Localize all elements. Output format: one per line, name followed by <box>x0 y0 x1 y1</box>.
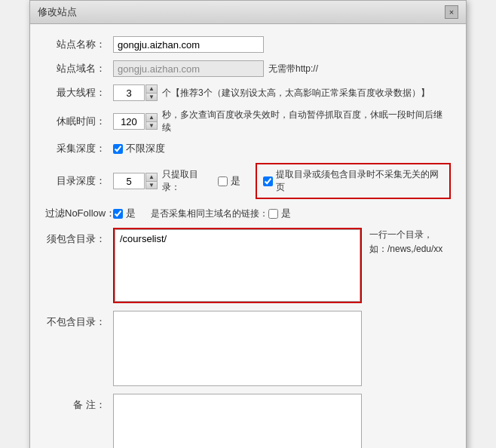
dir-depth-checkbox[interactable] <box>218 176 228 186</box>
must-include-side-hint: 一行一个目录， 如：/news,/edu/xx <box>369 228 442 256</box>
not-include-textarea[interactable] <box>113 311 362 386</box>
same-domain-checkbox[interactable] <box>268 209 278 219</box>
max-threads-spinner-btns: ▲ ▼ <box>145 84 158 101</box>
sleep-time-hint: 秒，多次查询百度收录失效时，自动暂停抓取百度，休眠一段时间后继续 <box>162 109 451 134</box>
collect-depth-unlimited-label: 不限深度 <box>126 142 165 155</box>
sleep-time-up-btn[interactable]: ▲ <box>145 113 158 121</box>
dialog-body: 站点名称： 站点域名： 无需带http:// 最大线程： ▲ ▼ 个【推荐3个（… <box>30 24 466 448</box>
max-threads-input[interactable] <box>113 84 145 101</box>
notes-textarea[interactable] <box>113 394 362 448</box>
dir-depth-fetch-only-label: 只提取目录： <box>162 168 215 194</box>
sleep-time-spinner-btns: ▲ ▼ <box>145 113 158 130</box>
dir-depth-checkbox-label: 是 <box>231 174 240 188</box>
dir-depth-spinner-btns: ▲ ▼ <box>145 173 158 189</box>
max-threads-hint: 个【推荐3个（建议别设太高，太高影响正常采集百度收录数据）】 <box>162 87 430 100</box>
dir-depth-checkbox-wrap: 是 <box>218 174 240 188</box>
sleep-time-row: 休眠时间： ▲ ▼ 秒，多次查询百度收录失效时，自动暂停抓取百度，休眠一段时间后… <box>45 109 451 134</box>
site-domain-row: 站点域名： 无需带http:// <box>45 60 451 77</box>
same-domain-checkbox-label: 是 <box>281 207 291 220</box>
must-include-label: 须包含目录： <box>45 232 106 246</box>
same-domain-checkbox-wrap: 是 <box>268 207 291 220</box>
collect-depth-row: 采集深度： 不限深度 <box>45 142 451 155</box>
nofollow-row: 过滤NoFollow： 是 是否采集相同主域名的链接： 是 <box>45 207 451 220</box>
dialog-window: 修改站点 × 站点名称： 站点域名： 无需带http:// 最大线程： ▲ ▼ <box>29 0 467 448</box>
dir-depth-up-btn[interactable]: ▲ <box>145 173 158 181</box>
must-include-row: 须包含目录： 一行一个目录， 如：/news,/edu/xx <box>45 228 451 303</box>
must-include-hint-line1: 一行一个目录， <box>369 228 442 242</box>
site-name-row: 站点名称： <box>45 36 451 53</box>
nofollow-checkbox[interactable] <box>113 209 123 219</box>
dir-depth-red-hint-label: 提取目录或须包含目录时不采集无关的网页 <box>276 168 443 194</box>
same-domain-label: 是否采集相同主域名的链接： <box>151 207 268 220</box>
dir-depth-input[interactable] <box>113 173 145 189</box>
must-include-textarea[interactable] <box>115 229 360 302</box>
collect-depth-label: 采集深度： <box>45 142 106 155</box>
nofollow-yes-label: 是 <box>126 207 136 220</box>
dir-depth-down-btn[interactable]: ▼ <box>145 181 158 189</box>
collect-depth-checkbox-wrap: 不限深度 <box>113 142 165 155</box>
site-name-input[interactable] <box>113 36 264 53</box>
dialog-titlebar: 修改站点 × <box>30 1 466 24</box>
sleep-time-label: 休眠时间： <box>45 115 106 128</box>
collect-depth-checkbox[interactable] <box>113 144 123 154</box>
max-threads-spinner: ▲ ▼ <box>113 84 158 101</box>
dir-depth-row: 目录深度： ▲ ▼ 只提取目录： 是 提取目录或须包含目录时不采集无关的网页 <box>45 163 451 199</box>
notes-label: 备 注： <box>45 398 106 412</box>
dir-depth-label: 目录深度： <box>45 174 106 188</box>
max-threads-row: 最大线程： ▲ ▼ 个【推荐3个（建议别设太高，太高影响正常采集百度收录数据）】 <box>45 84 451 101</box>
nofollow-label: 过滤NoFollow： <box>45 207 106 220</box>
max-threads-up-btn[interactable]: ▲ <box>145 84 158 93</box>
notes-textarea-wrap <box>113 394 362 448</box>
nofollow-checkbox-wrap: 是 <box>113 207 136 220</box>
sleep-time-spinner: ▲ ▼ <box>113 113 158 130</box>
max-threads-label: 最大线程： <box>45 86 106 100</box>
dir-depth-red-hint-box: 提取目录或须包含目录时不采集无关的网页 <box>256 163 451 199</box>
site-domain-hint: 无需带http:// <box>268 63 318 75</box>
site-name-label: 站点名称： <box>45 38 106 51</box>
must-include-hint-line2: 如：/news,/edu/xx <box>369 242 442 256</box>
site-domain-input[interactable] <box>113 60 264 77</box>
dir-depth-spinner: ▲ ▼ <box>113 173 158 189</box>
dir-depth-red-hint-checkbox[interactable] <box>263 176 273 186</box>
sleep-time-input[interactable] <box>113 113 145 130</box>
must-include-textarea-wrap <box>113 228 362 303</box>
notes-row: 备 注： <box>45 394 451 448</box>
not-include-label: 不包含目录： <box>45 315 106 329</box>
site-domain-label: 站点域名： <box>45 62 106 75</box>
max-threads-down-btn[interactable]: ▼ <box>145 93 158 101</box>
not-include-row: 不包含目录： <box>45 311 451 386</box>
close-icon[interactable]: × <box>445 5 458 19</box>
dialog-title: 修改站点 <box>38 5 77 19</box>
sleep-time-down-btn[interactable]: ▼ <box>145 121 158 130</box>
not-include-textarea-wrap <box>113 311 362 386</box>
